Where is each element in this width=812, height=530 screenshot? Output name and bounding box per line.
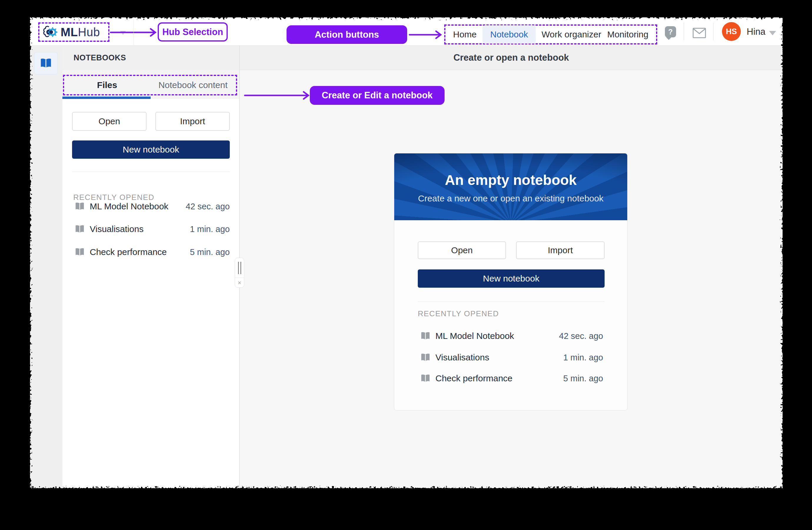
nav-monitoring[interactable]: Monitoring <box>607 29 649 40</box>
app-logo: MLHub <box>61 26 100 39</box>
panel-title: NOTEBOOKS <box>74 53 126 62</box>
card-banner: An empty notebook Create a new one or op… <box>394 153 627 220</box>
card-subtitle: Create a new one or open an existing not… <box>418 193 604 204</box>
open-book-icon <box>74 247 85 257</box>
nav-work-organizer[interactable]: Work organizer <box>542 29 601 40</box>
open-book-icon <box>74 201 85 212</box>
mail-icon[interactable] <box>693 28 706 38</box>
active-tab-underline <box>62 97 151 99</box>
tab-files[interactable]: Files <box>64 76 150 94</box>
recent-item[interactable]: Visualisations 1 min. ago <box>420 351 603 364</box>
open-book-icon <box>420 352 431 363</box>
nav-notebook[interactable]: Notebook <box>482 25 535 44</box>
drag-grip-icon[interactable] <box>235 258 244 278</box>
tab-strip: Files Notebook content <box>62 70 239 99</box>
hub-selection-label: Hub Selection <box>158 23 228 42</box>
open-button[interactable]: Open <box>72 112 146 131</box>
recent-item[interactable]: Check performance 5 min. ago <box>74 246 230 259</box>
left-rail <box>30 46 62 488</box>
empty-notebook-card: An empty notebook Create a new one or op… <box>394 153 627 410</box>
recent-item[interactable]: Check performance 5 min. ago <box>420 372 603 385</box>
annotation-arrow-hub-selection <box>110 26 159 39</box>
user-menu-caret-icon[interactable] <box>769 31 776 35</box>
recent-item[interactable]: ML Model Notebook 42 sec. ago <box>74 200 230 213</box>
panel-header: NOTEBOOKS <box>62 46 239 70</box>
mlhub-logo-icon <box>42 24 59 41</box>
open-book-icon <box>420 331 431 341</box>
help-icon[interactable]: ? <box>665 26 676 38</box>
card-new-notebook-button[interactable]: New notebook <box>418 269 605 288</box>
main-header: Create or open a notebook <box>240 46 783 70</box>
app-window: MLHub Hub Selection Action buttons Home … <box>30 17 783 488</box>
card-recently-opened-heading: RECENTLY OPENED <box>418 309 499 318</box>
nav-annotation-box: Home Notebook Work organizer Monitoring <box>444 25 657 44</box>
recent-item[interactable]: ML Model Notebook 42 sec. ago <box>420 330 603 343</box>
annotation-arrow-create-edit <box>244 89 312 102</box>
divider <box>72 172 230 172</box>
topbar-divider <box>133 17 134 46</box>
topbar-divider <box>684 23 684 40</box>
notebooks-rail-button[interactable] <box>34 52 58 74</box>
card-open-button[interactable]: Open <box>418 241 506 259</box>
nav-home[interactable]: Home <box>453 29 477 40</box>
tabs-annotation-box: Files Notebook content <box>63 75 237 95</box>
splitter-handle[interactable]: × <box>235 257 244 288</box>
action-buttons-label: Action buttons <box>287 25 407 44</box>
card-import-button[interactable]: Import <box>516 241 605 259</box>
main-header-title: Create or open a notebook <box>453 52 569 63</box>
topbar-divider <box>713 23 713 40</box>
close-panel-icon[interactable]: × <box>235 278 244 288</box>
tab-notebook-content[interactable]: Notebook content <box>150 76 236 94</box>
open-book-icon <box>74 224 85 234</box>
card-title: An empty notebook <box>445 172 577 188</box>
open-book-icon <box>40 57 52 70</box>
avatar[interactable]: HS <box>722 22 741 41</box>
page: MLHub Hub Selection Action buttons Home … <box>0 0 812 530</box>
top-bar: MLHub Hub Selection Action buttons Home … <box>30 17 783 46</box>
create-or-edit-label: Create or Edit a notebook <box>310 86 445 105</box>
hub-selection-annotation-box: MLHub <box>38 23 110 42</box>
user-name[interactable]: Hina <box>747 27 766 37</box>
recent-item[interactable]: Visualisations 1 min. ago <box>74 223 230 236</box>
annotation-arrow-action-buttons <box>409 28 444 41</box>
new-notebook-button[interactable]: New notebook <box>72 140 230 159</box>
divider <box>418 302 605 302</box>
open-book-icon <box>420 373 431 383</box>
import-button[interactable]: Import <box>155 112 230 131</box>
